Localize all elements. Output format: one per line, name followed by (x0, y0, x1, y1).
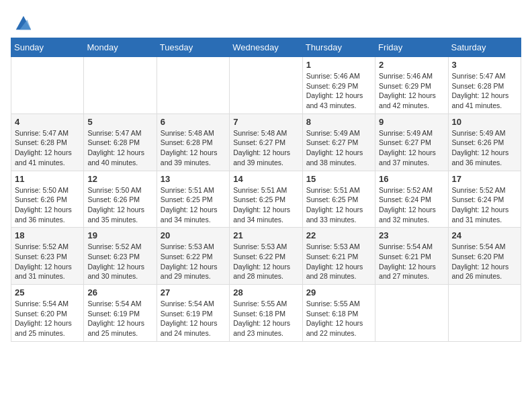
calendar-cell: 14Sunrise: 5:51 AMSunset: 6:25 PMDayligh… (230, 171, 302, 228)
day-number: 3 (452, 60, 517, 70)
day-number: 15 (306, 174, 371, 184)
calendar-header-sunday: Sunday (11, 38, 84, 57)
day-number: 27 (161, 287, 226, 298)
calendar-cell: 7Sunrise: 5:48 AMSunset: 6:27 PMDaylight… (230, 113, 302, 171)
day-info: Sunrise: 5:48 AMSunset: 6:28 PMDaylight:… (161, 128, 226, 168)
calendar-cell: 2Sunrise: 5:46 AMSunset: 6:29 PMDaylight… (375, 57, 448, 114)
day-number: 7 (233, 117, 298, 127)
day-info: Sunrise: 5:51 AMSunset: 6:25 PMDaylight:… (161, 185, 226, 225)
calendar-cell: 9Sunrise: 5:49 AMSunset: 6:27 PMDaylight… (375, 113, 448, 171)
calendar-cell (448, 285, 521, 342)
day-info: Sunrise: 5:55 AMSunset: 6:18 PMDaylight:… (306, 299, 371, 338)
calendar-cell: 13Sunrise: 5:51 AMSunset: 6:25 PMDayligh… (157, 171, 229, 228)
day-number: 10 (452, 117, 517, 127)
day-info: Sunrise: 5:47 AMSunset: 6:28 PMDaylight:… (15, 128, 80, 168)
day-number: 12 (87, 174, 152, 184)
day-info: Sunrise: 5:54 AMSunset: 6:20 PMDaylight:… (15, 299, 80, 338)
calendar-cell (84, 57, 157, 114)
day-number: 6 (161, 117, 226, 127)
day-number: 4 (15, 117, 80, 127)
day-info: Sunrise: 5:52 AMSunset: 6:24 PMDaylight:… (452, 185, 517, 225)
calendar-cell (230, 57, 302, 114)
day-number: 22 (306, 230, 371, 240)
calendar-header-friday: Friday (375, 38, 448, 57)
day-number: 11 (15, 174, 80, 184)
calendar-cell: 15Sunrise: 5:51 AMSunset: 6:25 PMDayligh… (302, 171, 375, 228)
calendar-cell: 1Sunrise: 5:46 AMSunset: 6:29 PMDaylight… (302, 57, 375, 114)
day-info: Sunrise: 5:53 AMSunset: 6:22 PMDaylight:… (161, 242, 226, 281)
calendar-cell: 27Sunrise: 5:54 AMSunset: 6:19 PMDayligh… (157, 285, 229, 342)
day-number: 28 (233, 287, 298, 298)
day-number: 26 (87, 287, 152, 298)
day-info: Sunrise: 5:53 AMSunset: 6:21 PMDaylight:… (306, 242, 371, 281)
calendar-header-tuesday: Tuesday (157, 38, 229, 57)
calendar-cell: 18Sunrise: 5:52 AMSunset: 6:23 PMDayligh… (11, 228, 84, 285)
day-info: Sunrise: 5:55 AMSunset: 6:18 PMDaylight:… (233, 299, 298, 338)
day-info: Sunrise: 5:49 AMSunset: 6:27 PMDaylight:… (306, 128, 371, 168)
day-info: Sunrise: 5:51 AMSunset: 6:25 PMDaylight:… (306, 185, 371, 225)
day-info: Sunrise: 5:52 AMSunset: 6:23 PMDaylight:… (15, 242, 80, 281)
day-info: Sunrise: 5:54 AMSunset: 6:19 PMDaylight:… (87, 299, 152, 338)
calendar-cell (11, 57, 84, 114)
day-number: 5 (87, 117, 152, 127)
day-number: 24 (452, 230, 517, 240)
calendar-header-monday: Monday (84, 38, 157, 57)
calendar-cell: 5Sunrise: 5:47 AMSunset: 6:28 PMDaylight… (84, 113, 157, 171)
day-number: 20 (161, 230, 226, 240)
day-info: Sunrise: 5:53 AMSunset: 6:22 PMDaylight:… (233, 242, 298, 281)
calendar-cell (157, 57, 229, 114)
calendar-table: SundayMondayTuesdayWednesdayThursdayFrid… (11, 38, 521, 342)
day-number: 13 (161, 174, 226, 184)
day-number: 9 (379, 117, 444, 127)
calendar-cell: 8Sunrise: 5:49 AMSunset: 6:27 PMDaylight… (302, 113, 375, 171)
day-number: 25 (15, 287, 80, 298)
day-number: 14 (233, 174, 298, 184)
day-number: 29 (306, 287, 371, 298)
day-info: Sunrise: 5:51 AMSunset: 6:25 PMDaylight:… (233, 185, 298, 225)
calendar-cell: 26Sunrise: 5:54 AMSunset: 6:19 PMDayligh… (84, 285, 157, 342)
calendar-cell: 20Sunrise: 5:53 AMSunset: 6:22 PMDayligh… (157, 228, 229, 285)
calendar-week-2: 11Sunrise: 5:50 AMSunset: 6:26 PMDayligh… (11, 171, 521, 228)
calendar-cell: 23Sunrise: 5:54 AMSunset: 6:21 PMDayligh… (375, 228, 448, 285)
calendar-cell: 28Sunrise: 5:55 AMSunset: 6:18 PMDayligh… (230, 285, 302, 342)
calendar-cell: 19Sunrise: 5:52 AMSunset: 6:23 PMDayligh… (84, 228, 157, 285)
calendar-cell: 21Sunrise: 5:53 AMSunset: 6:22 PMDayligh… (230, 228, 302, 285)
calendar-cell (375, 285, 448, 342)
calendar-cell: 3Sunrise: 5:47 AMSunset: 6:28 PMDaylight… (448, 57, 521, 114)
day-info: Sunrise: 5:54 AMSunset: 6:21 PMDaylight:… (379, 242, 444, 281)
day-info: Sunrise: 5:50 AMSunset: 6:26 PMDaylight:… (15, 185, 80, 225)
day-info: Sunrise: 5:47 AMSunset: 6:28 PMDaylight:… (452, 71, 517, 111)
day-info: Sunrise: 5:54 AMSunset: 6:20 PMDaylight:… (452, 242, 517, 281)
page-header (11, 11, 521, 32)
day-number: 21 (233, 230, 298, 240)
day-info: Sunrise: 5:46 AMSunset: 6:29 PMDaylight:… (379, 71, 444, 111)
day-number: 2 (379, 60, 444, 70)
day-info: Sunrise: 5:48 AMSunset: 6:27 PMDaylight:… (233, 128, 298, 168)
calendar-cell: 16Sunrise: 5:52 AMSunset: 6:24 PMDayligh… (375, 171, 448, 228)
day-info: Sunrise: 5:46 AMSunset: 6:29 PMDaylight:… (306, 71, 371, 111)
calendar-header-wednesday: Wednesday (230, 38, 302, 57)
calendar-cell: 22Sunrise: 5:53 AMSunset: 6:21 PMDayligh… (302, 228, 375, 285)
day-number: 1 (306, 60, 371, 70)
day-number: 23 (379, 230, 444, 240)
calendar-header-thursday: Thursday (302, 38, 375, 57)
calendar-week-4: 25Sunrise: 5:54 AMSunset: 6:20 PMDayligh… (11, 285, 521, 342)
calendar-cell: 4Sunrise: 5:47 AMSunset: 6:28 PMDaylight… (11, 113, 84, 171)
calendar-cell: 11Sunrise: 5:50 AMSunset: 6:26 PMDayligh… (11, 171, 84, 228)
day-number: 18 (15, 230, 80, 240)
calendar-week-0: 1Sunrise: 5:46 AMSunset: 6:29 PMDaylight… (11, 57, 521, 114)
calendar-cell: 17Sunrise: 5:52 AMSunset: 6:24 PMDayligh… (448, 171, 521, 228)
calendar-cell: 6Sunrise: 5:48 AMSunset: 6:28 PMDaylight… (157, 113, 229, 171)
calendar-header-row: SundayMondayTuesdayWednesdayThursdayFrid… (11, 38, 521, 57)
day-info: Sunrise: 5:47 AMSunset: 6:28 PMDaylight:… (87, 128, 152, 168)
day-number: 19 (87, 230, 152, 240)
day-number: 17 (452, 174, 517, 184)
day-number: 16 (379, 174, 444, 184)
logo (11, 13, 32, 32)
calendar-cell: 25Sunrise: 5:54 AMSunset: 6:20 PMDayligh… (11, 285, 84, 342)
calendar-week-1: 4Sunrise: 5:47 AMSunset: 6:28 PMDaylight… (11, 113, 521, 171)
day-info: Sunrise: 5:50 AMSunset: 6:26 PMDaylight:… (87, 185, 152, 225)
calendar-cell: 24Sunrise: 5:54 AMSunset: 6:20 PMDayligh… (448, 228, 521, 285)
calendar-cell: 12Sunrise: 5:50 AMSunset: 6:26 PMDayligh… (84, 171, 157, 228)
calendar-cell: 10Sunrise: 5:49 AMSunset: 6:26 PMDayligh… (448, 113, 521, 171)
